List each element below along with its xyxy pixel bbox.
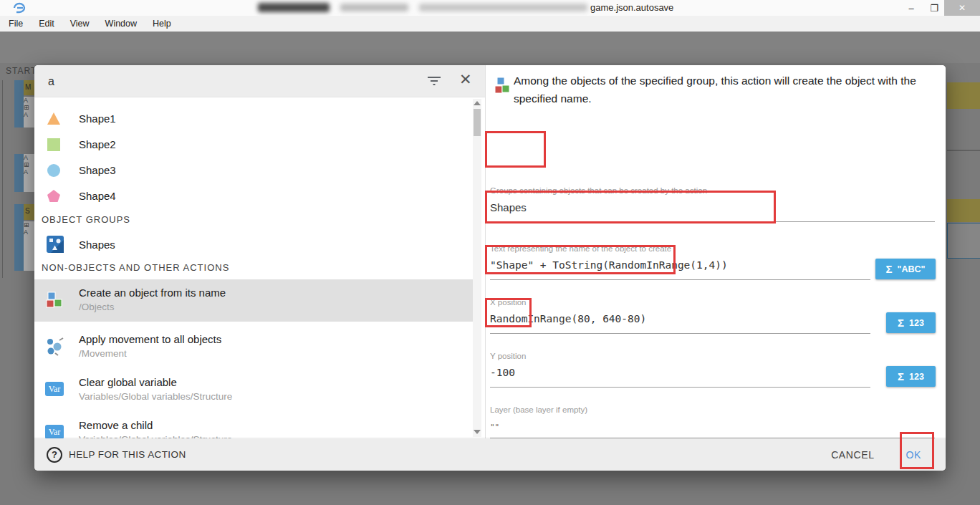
object-name: Shape4 (79, 190, 116, 202)
square-shape-icon (47, 138, 61, 152)
action-subtitle: Variables/Global variables/Structure (79, 391, 232, 402)
event-header: S (24, 204, 34, 220)
event-block (14, 80, 24, 128)
list-item-action-clear-global-variable[interactable]: Var Clear global variable Variables/Glob… (34, 369, 473, 410)
number-expression-editor-button[interactable]: Σ 123 (886, 312, 936, 333)
search-bar: ✕ (34, 65, 485, 97)
list-scrollbar[interactable] (473, 99, 481, 437)
event-rows: A⊞A (24, 97, 34, 128)
help-link[interactable]: HELP FOR THIS ACTION (69, 449, 186, 460)
section-header-other-actions: NON-OBJECTS AND OTHER ACTIONS (42, 262, 229, 273)
close-button[interactable]: ✕ (944, 0, 980, 16)
variable-icon: Var (45, 380, 64, 396)
menu-bar: File Edit View Window Help (0, 16, 980, 32)
action-subtitle: /Objects (79, 302, 115, 312)
pentagon-shape-icon (47, 189, 61, 203)
list-item-action-create-object[interactable]: Create an object from its name /Objects (34, 279, 473, 322)
title-bar: game.json.autosave – ❐ ✕ (0, 0, 980, 16)
annotation-rect-object-name (485, 191, 776, 223)
redacted-title-text (340, 4, 408, 11)
instruction-list: Shape1 Shape2 Shape3 Shape4 OBJECT GROUP… (34, 97, 485, 438)
list-item-action-remove-child[interactable]: Var Remove a child Variables/Global vari… (34, 412, 473, 438)
dialog-footer: ? HELP FOR THIS ACTION CANCEL OK (34, 438, 946, 471)
object-name: Shape2 (79, 138, 116, 150)
object-group-icon (47, 236, 64, 253)
annotation-rect-y-position (485, 298, 532, 327)
movement-icon (45, 337, 64, 359)
gdevelop-logo-icon (11, 1, 27, 17)
sigma-icon: Σ (886, 263, 893, 275)
annotation-rect-ok-button (900, 432, 934, 469)
sigma-icon: Σ (898, 317, 904, 329)
action-subtitle: /Movement (79, 348, 127, 359)
cancel-button[interactable]: CANCEL (831, 449, 874, 461)
string-expression-editor-button[interactable]: Σ "ABC" (875, 259, 936, 279)
list-item-group[interactable]: Shapes (34, 231, 473, 259)
number-expression-editor-button[interactable]: Σ 123 (886, 366, 936, 387)
redacted-title-text (258, 3, 330, 12)
variable-icon: Var (45, 423, 64, 438)
field-x-position: X position RandomInRange(80, 640-80) Σ 1… (490, 298, 941, 342)
window-title: game.json.autosave (590, 2, 673, 13)
triangle-shape-icon (47, 112, 61, 126)
layer-input[interactable]: "" (490, 423, 499, 432)
action-title: Clear global variable (79, 376, 177, 388)
scroll-up-arrow-icon[interactable] (474, 101, 481, 105)
event-block (14, 204, 24, 271)
field-label: Y position (490, 352, 526, 360)
events-tree-line (2, 80, 3, 278)
action-title: Remove a child (79, 419, 153, 431)
event-block (14, 154, 24, 192)
object-name: Shape1 (79, 112, 116, 125)
field-underline (490, 279, 870, 280)
sigma-icon: Σ (898, 370, 904, 383)
section-header-object-groups: OBJECT GROUPS (42, 214, 130, 225)
field-label: Layer (base layer if empty) (490, 405, 587, 414)
list-item-action-apply-movement[interactable]: Apply movement to all objects /Movement (34, 326, 473, 367)
list-item-object[interactable]: Shape4 (34, 183, 473, 209)
close-icon[interactable]: ✕ (459, 71, 472, 88)
help-icon[interactable]: ? (47, 447, 62, 463)
y-position-input[interactable]: -100 (490, 367, 515, 378)
scrollbar-thumb[interactable] (474, 109, 481, 136)
annotation-rect-x-position (485, 245, 676, 274)
search-input[interactable] (47, 71, 393, 92)
menu-window[interactable]: Window (102, 19, 140, 29)
filter-icon[interactable] (426, 74, 442, 90)
event-header (947, 82, 980, 109)
action-title: Apply movement to all objects (79, 333, 221, 345)
circle-shape-icon (47, 163, 61, 178)
event-selected-block (947, 223, 980, 259)
menu-view[interactable]: View (67, 19, 92, 29)
field-underline (490, 387, 870, 388)
event-header (947, 199, 980, 222)
event-divider (947, 150, 980, 151)
list-item-object[interactable]: Shape1 (34, 106, 473, 132)
main-toolbar (0, 32, 980, 63)
action-title: Create an object from its name (79, 287, 226, 299)
action-description: Among the objects of the specified group… (514, 72, 942, 107)
restore-button[interactable]: ❐ (924, 0, 944, 16)
list-item-object[interactable]: Shape2 (34, 132, 473, 158)
menu-help[interactable]: Help (150, 19, 174, 29)
cubes-icon (494, 76, 511, 99)
menu-file[interactable]: File (6, 19, 26, 29)
object-name: Shape3 (79, 164, 116, 176)
list-item-object[interactable]: Shape3 (34, 158, 473, 183)
annotation-rect-groups (485, 131, 546, 168)
field-y-position: Y position -100 Σ 123 (490, 352, 941, 396)
field-underline (490, 333, 870, 334)
redacted-title-text (419, 4, 587, 11)
event-rows: A⊞A (24, 154, 34, 192)
events-root-label: START (6, 66, 37, 76)
group-name: Shapes (79, 239, 115, 251)
minimize-button[interactable]: – (901, 0, 921, 16)
scroll-down-arrow-icon[interactable] (474, 430, 481, 434)
gdevelop-app-window: game.json.autosave – ❐ ✕ File Edit View … (0, 0, 980, 505)
event-rows: ⊞A (24, 221, 34, 271)
menu-edit[interactable]: Edit (36, 19, 57, 29)
cubes-icon (45, 291, 64, 312)
event-header: M (24, 80, 34, 95)
